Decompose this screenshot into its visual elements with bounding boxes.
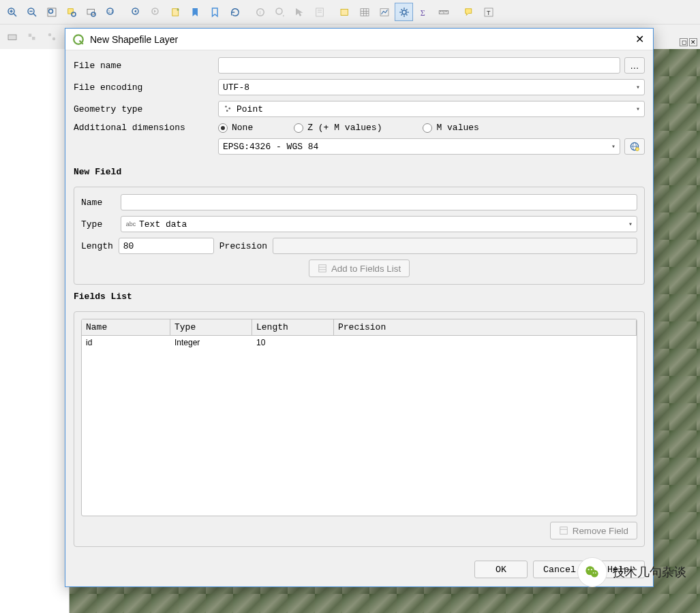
add-to-fields-button[interactable]: Add to Fields List bbox=[309, 260, 410, 277]
file-encoding-combo[interactable]: UTF-8 bbox=[218, 79, 645, 95]
fields-list-group-label: Fields List bbox=[74, 292, 645, 302]
toolbox2-icon[interactable] bbox=[22, 28, 41, 46]
new-field-group: Name Type abc Text data Length Precision bbox=[74, 187, 645, 285]
svg-point-63 bbox=[591, 569, 592, 570]
field-length-input[interactable] bbox=[119, 238, 214, 254]
dim-m-radio[interactable]: M values bbox=[423, 123, 478, 133]
panel-undock-icon[interactable]: ◻ bbox=[680, 38, 688, 46]
crs-select-button[interactable] bbox=[624, 138, 645, 155]
additional-dimensions-label: Additional dimensions bbox=[74, 123, 218, 133]
field-type-combo[interactable]: abc Text data bbox=[121, 216, 637, 232]
field-name-input[interactable] bbox=[121, 194, 637, 210]
col-precision-header[interactable]: Precision bbox=[334, 319, 637, 335]
crs-value: EPSG:4326 - WGS 84 bbox=[223, 142, 318, 152]
text-type-icon: abc bbox=[125, 219, 136, 230]
left-panel bbox=[0, 49, 70, 613]
identify-dropdown-icon[interactable] bbox=[271, 3, 289, 21]
field-name-label: Name bbox=[81, 198, 121, 208]
close-icon[interactable]: ✕ bbox=[633, 33, 646, 46]
main-toolbar: 1:1 + i Σ T bbox=[0, 0, 700, 25]
measure-icon[interactable] bbox=[434, 3, 453, 21]
svg-rect-26 bbox=[361, 8, 369, 16]
zoom-next-icon[interactable] bbox=[147, 3, 165, 21]
col-type-header[interactable]: Type bbox=[170, 319, 252, 335]
refresh-icon[interactable] bbox=[226, 3, 244, 21]
zoom-full-icon[interactable] bbox=[42, 3, 61, 21]
svg-point-21 bbox=[276, 8, 282, 14]
new-bookmark-icon[interactable]: + bbox=[166, 3, 185, 21]
field-type-value: Text data bbox=[139, 219, 187, 230]
qgis-logo-icon bbox=[72, 33, 85, 46]
bookmarks-icon[interactable] bbox=[186, 3, 204, 21]
new-field-group-label: New Field bbox=[74, 167, 645, 177]
svg-rect-43 bbox=[28, 34, 31, 37]
toolbox3-icon[interactable] bbox=[42, 28, 61, 46]
svg-point-62 bbox=[588, 569, 590, 570]
geometry-type-label: Geometry type bbox=[74, 104, 218, 114]
form-icon[interactable] bbox=[310, 3, 329, 21]
toolbox-icon[interactable] bbox=[3, 28, 21, 46]
zoom-last-icon[interactable] bbox=[127, 3, 145, 21]
wechat-icon bbox=[577, 557, 607, 587]
svg-point-46 bbox=[52, 37, 55, 41]
zoom-selection-icon[interactable] bbox=[62, 3, 80, 21]
svg-point-32 bbox=[402, 10, 406, 14]
svg-text:Σ: Σ bbox=[420, 7, 425, 17]
svg-rect-25 bbox=[341, 9, 348, 15]
dim-z-radio[interactable]: Z (+ M values) bbox=[294, 123, 382, 133]
zoom-native-icon[interactable]: 1:1 bbox=[102, 3, 120, 21]
svg-point-48 bbox=[225, 106, 227, 108]
radio-icon bbox=[294, 123, 303, 133]
svg-point-50 bbox=[226, 110, 228, 112]
svg-text:1:1: 1:1 bbox=[108, 9, 112, 13]
dialog-footer: OK Cancel Help bbox=[65, 554, 653, 586]
svg-rect-44 bbox=[32, 37, 35, 40]
settings-icon[interactable] bbox=[395, 3, 413, 21]
crs-combo[interactable]: EPSG:4326 - WGS 84 bbox=[218, 138, 620, 155]
chart-icon[interactable] bbox=[375, 3, 393, 21]
point-icon bbox=[223, 104, 234, 114]
zoom-in-icon[interactable] bbox=[3, 3, 21, 21]
file-name-input[interactable] bbox=[218, 57, 620, 74]
dim-none-radio[interactable]: None bbox=[218, 123, 253, 133]
svg-line-5 bbox=[33, 13, 36, 16]
geometry-type-combo[interactable]: Point bbox=[218, 101, 645, 117]
annotation-icon[interactable] bbox=[459, 3, 478, 21]
select-icon[interactable] bbox=[290, 3, 309, 21]
new-shapefile-dialog: New Shapefile Layer ✕ File name … File e… bbox=[65, 28, 654, 587]
panel-close-icon[interactable]: ✕ bbox=[689, 38, 697, 46]
ok-button[interactable]: OK bbox=[474, 561, 528, 578]
radio-icon bbox=[218, 123, 228, 133]
field-length-label: Length bbox=[81, 241, 113, 251]
svg-point-49 bbox=[228, 108, 230, 110]
field-type-label: Type bbox=[81, 219, 121, 230]
svg-rect-42 bbox=[8, 35, 16, 40]
svg-text:i: i bbox=[259, 10, 260, 16]
bookmark-alt-icon[interactable] bbox=[206, 3, 224, 21]
zoom-layer-icon[interactable] bbox=[82, 3, 100, 21]
panel-controls: ◻ ✕ bbox=[680, 38, 697, 46]
svg-rect-11 bbox=[87, 9, 95, 14]
dialog-titlebar[interactable]: New Shapefile Layer ✕ bbox=[65, 29, 653, 50]
svg-line-1 bbox=[13, 13, 16, 16]
zoom-out-icon[interactable] bbox=[22, 3, 41, 21]
identify-icon[interactable]: i bbox=[251, 3, 269, 21]
sigma-icon[interactable]: Σ bbox=[414, 3, 433, 21]
table-row[interactable]: id Integer 10 bbox=[82, 336, 637, 349]
dialog-title: New Shapefile Layer bbox=[90, 34, 633, 45]
svg-point-54 bbox=[636, 148, 639, 151]
text-tool-icon[interactable]: T bbox=[479, 3, 498, 21]
col-name-header[interactable]: Name bbox=[82, 319, 170, 335]
col-length-header[interactable]: Length bbox=[252, 319, 334, 335]
browse-button[interactable]: … bbox=[624, 57, 645, 74]
watermark-text: 技术几句杂谈 bbox=[613, 564, 686, 580]
field-precision-label: Precision bbox=[219, 241, 267, 251]
remove-field-button[interactable]: Remove Field bbox=[550, 522, 637, 539]
new-map-icon[interactable] bbox=[335, 3, 354, 21]
svg-point-65 bbox=[595, 572, 596, 573]
file-encoding-label: File encoding bbox=[74, 82, 218, 93]
table-body: id Integer 10 bbox=[82, 336, 637, 349]
table-icon[interactable] bbox=[355, 3, 374, 21]
fields-table[interactable]: Name Type Length Precision id Integer 10 bbox=[81, 319, 637, 516]
watermark: 技术几句杂谈 bbox=[577, 557, 686, 587]
